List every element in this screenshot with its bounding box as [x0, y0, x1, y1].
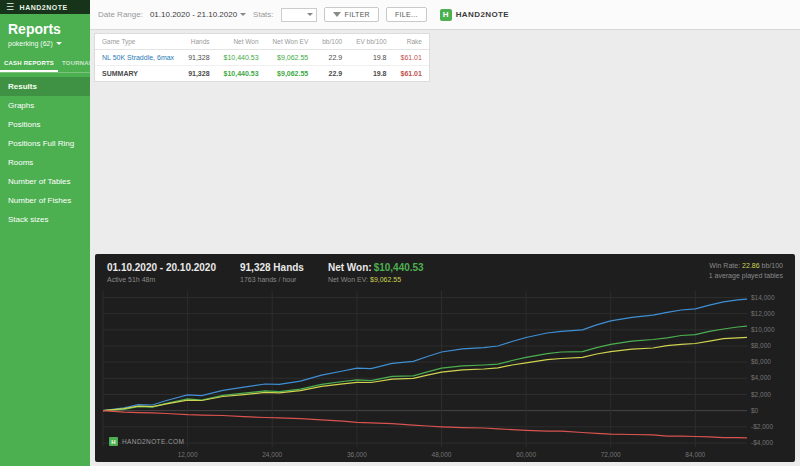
net-won-label: Net Won: — [328, 262, 372, 273]
table-cell: 19.8 — [349, 50, 393, 66]
page-title: Reports — [8, 21, 82, 37]
sidebar-item-graphs[interactable]: Graphs — [0, 96, 90, 115]
svg-text:48,000: 48,000 — [432, 451, 452, 458]
sidebar-tab-cash-reports[interactable]: CASH REPORTS — [0, 56, 58, 72]
date-range-label: Date Range: — [98, 10, 143, 19]
svg-text:$10,000: $10,000 — [751, 326, 775, 333]
svg-text:24,000: 24,000 — [262, 451, 282, 458]
hand2note-logo: H HAND2NOTE — [440, 9, 509, 21]
graph-active-time: Active 51h 48m — [107, 276, 216, 283]
svg-text:-$2,000: -$2,000 — [751, 423, 773, 430]
date-range-value: 01.10.2020 - 21.10.2020 — [150, 10, 237, 19]
chevron-down-icon — [307, 13, 313, 16]
svg-text:$14,000: $14,000 — [751, 294, 775, 301]
win-rate-label: Win Rate: — [709, 262, 740, 269]
table-cell: 91,328 — [181, 50, 216, 66]
column-header-ev-bb-100[interactable]: EV bb/100 — [349, 34, 393, 50]
brand-name: HAND2NOTE — [20, 4, 68, 11]
stats-dropdown[interactable] — [281, 8, 317, 22]
svg-text:$2,000: $2,000 — [751, 391, 771, 398]
column-header-game-type[interactable]: Game Type — [95, 34, 181, 50]
column-header-rake[interactable]: Rake — [394, 34, 429, 50]
table-cell: NL 50K Straddle, 6max — [95, 50, 181, 66]
equity-chart: -$4,000-$2,000$0$2,000$4,000$6,000$8,000… — [101, 287, 791, 460]
column-header-net-won-ev[interactable]: Net Won EV — [266, 34, 316, 50]
table-cell: $61.01 — [394, 50, 429, 66]
sidebar: ☰ HAND2NOTE Reports pokerking (62) CASH … — [0, 0, 90, 466]
table-cell: $10,440.53 — [217, 66, 266, 82]
sidebar-item-positions[interactable]: Positions — [0, 115, 90, 134]
svg-text:12,000: 12,000 — [178, 451, 198, 458]
table-cell: $9,062.55 — [266, 50, 316, 66]
filter-button[interactable]: FILTER — [324, 7, 379, 22]
toolbar: Date Range: 01.10.2020 - 21.10.2020 Stat… — [90, 0, 800, 30]
sidebar-item-positions-full-ring[interactable]: Positions Full Ring — [0, 134, 90, 153]
hand2note-logo-text: HAND2NOTE — [456, 10, 509, 19]
graph-body: -$4,000-$2,000$0$2,000$4,000$6,000$8,000… — [101, 287, 791, 460]
graph-hands-per-hour: 1763 hands / hour — [240, 276, 304, 283]
svg-text:-$4,000: -$4,000 — [751, 439, 773, 446]
net-won-ev-label: Net Won EV: — [328, 276, 368, 283]
table-cell: 91,328 — [181, 66, 216, 82]
column-header-net-won[interactable]: Net Won — [217, 34, 266, 50]
net-won-ev-value: $9,062.55 — [370, 276, 401, 283]
graph-winrate-block: Win Rate:22.86 bb/100 1 average played t… — [709, 262, 783, 279]
graph-hands-count: 91,328 Hands — [240, 262, 304, 273]
win-rate-unit: bb/100 — [762, 262, 783, 269]
sidebar-tabs: CASH REPORTSTOURNAMENTS — [0, 56, 90, 73]
watermark-text: HAND2NOTE.COM — [122, 438, 184, 445]
sidebar-item-rooms[interactable]: Rooms — [0, 153, 90, 172]
file-button-label: FILE... — [395, 11, 418, 18]
filter-button-label: FILTER — [345, 11, 370, 18]
svg-text:72,000: 72,000 — [601, 451, 621, 458]
filter-funnel-icon — [333, 12, 341, 17]
table-cell: $9,062.55 — [266, 66, 316, 82]
sidebar-item-number-of-tables[interactable]: Number of Tables — [0, 172, 90, 191]
sidebar-item-stack-sizes[interactable]: Stack sizes — [0, 210, 90, 229]
reports-header: Reports pokerking (62) — [0, 14, 90, 49]
chevron-down-icon — [56, 42, 62, 45]
hamburger-menu-icon[interactable]: ☰ — [6, 3, 15, 12]
table-cell: SUMMARY — [95, 66, 181, 82]
sidebar-nav: ResultsGraphsPositionsPositions Full Rin… — [0, 77, 90, 229]
table-row[interactable]: SUMMARY91,328$10,440.53$9,062.5522.919.8… — [95, 66, 429, 82]
account-name: pokerking (62) — [8, 40, 53, 47]
hand2note-watermark-icon: H — [109, 437, 118, 446]
account-selector[interactable]: pokerking (62) — [8, 40, 82, 47]
top-brand-bar: ☰ HAND2NOTE — [0, 0, 90, 14]
graph-panel: 01.10.2020 - 20.10.2020 Active 51h 48m 9… — [95, 254, 795, 462]
net-won-value: $10,440.53 — [374, 262, 424, 273]
graph-date-range: 01.10.2020 - 20.10.2020 — [107, 262, 216, 273]
graph-hands-block: 91,328 Hands 1763 hands / hour — [240, 262, 304, 283]
table-cell: $10,440.53 — [217, 50, 266, 66]
sidebar-item-results[interactable]: Results — [0, 77, 90, 96]
graph-header: 01.10.2020 - 20.10.2020 Active 51h 48m 9… — [95, 254, 795, 285]
file-button[interactable]: FILE... — [386, 7, 427, 22]
svg-text:$4,000: $4,000 — [751, 374, 771, 381]
svg-text:84,000: 84,000 — [685, 451, 705, 458]
hand2note-logo-icon: H — [440, 9, 452, 21]
watermark: H HAND2NOTE.COM — [109, 437, 184, 446]
date-range-dropdown[interactable]: 01.10.2020 - 21.10.2020 — [150, 10, 246, 19]
avg-tables-info: 1 average played tables — [709, 272, 783, 279]
column-header-hands[interactable]: Hands — [181, 34, 216, 50]
header-row: Game TypeHandsNet WonNet Won EVbb/100EV … — [95, 34, 429, 50]
table-cell: 22.9 — [315, 50, 349, 66]
table-row[interactable]: NL 50K Straddle, 6max91,328$10,440.53$9,… — [95, 50, 429, 66]
svg-text:$0: $0 — [751, 407, 759, 414]
column-header-bb-100[interactable]: bb/100 — [315, 34, 349, 50]
win-rate-value: 22.86 — [742, 262, 760, 269]
stats-label: Stats: — [253, 10, 273, 19]
svg-text:$6,000: $6,000 — [751, 358, 771, 365]
svg-text:60,000: 60,000 — [516, 451, 536, 458]
sidebar-item-number-of-fishes[interactable]: Number of Fishes — [0, 191, 90, 210]
results-table-head: Game TypeHandsNet WonNet Won EVbb/100EV … — [95, 34, 429, 50]
svg-text:$12,000: $12,000 — [751, 310, 775, 317]
main-area: Date Range: 01.10.2020 - 21.10.2020 Stat… — [90, 0, 800, 466]
svg-text:$8,000: $8,000 — [751, 342, 771, 349]
app-window: ☰ HAND2NOTE Reports pokerking (62) CASH … — [0, 0, 800, 466]
table-cell: $61.01 — [394, 66, 429, 82]
table-cell: 19.8 — [349, 66, 393, 82]
results-table: Game TypeHandsNet WonNet Won EVbb/100EV … — [95, 34, 429, 81]
svg-text:36,000: 36,000 — [347, 451, 367, 458]
